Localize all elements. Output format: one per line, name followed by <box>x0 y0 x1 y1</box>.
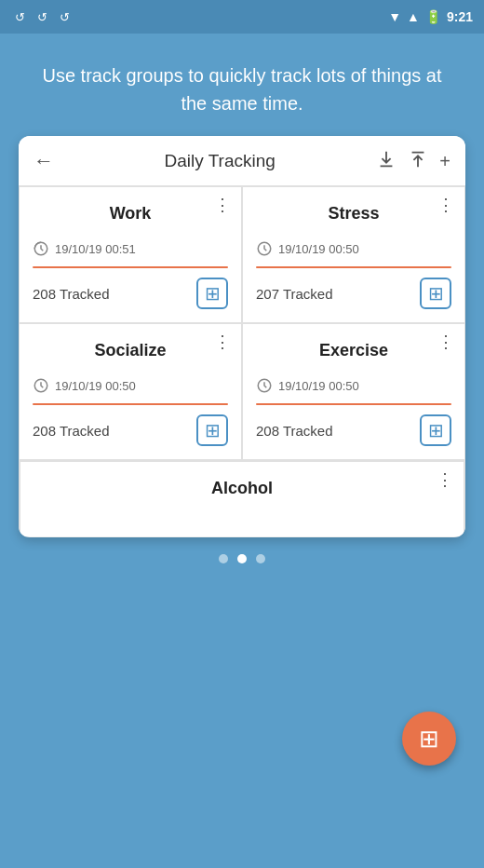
exercise-card: ⋮ Exercise 19/10/19 00:50 208 Tracked ⊞ <box>243 324 464 459</box>
socialize-add-button[interactable]: ⊞ <box>196 414 228 446</box>
signal-icon: ▲ <box>407 9 420 24</box>
fab-button[interactable]: ⊞ <box>402 712 456 766</box>
page-dots <box>0 554 484 563</box>
exercise-timestamp: 19/10/19 00:50 <box>278 379 359 393</box>
socialize-timestamp: 19/10/19 00:50 <box>55 379 136 393</box>
stress-timestamp: 19/10/19 00:50 <box>278 242 359 256</box>
time-display: 9:21 <box>447 9 473 24</box>
socialize-footer: 208 Tracked ⊞ <box>33 414 228 446</box>
socialize-tracked: 208 Tracked <box>33 423 110 439</box>
work-tracked: 208 Tracked <box>33 286 110 302</box>
socialize-title: Socialize <box>33 341 228 360</box>
stress-card: ⋮ Stress 19/10/19 00:50 207 Tracked ⊞ <box>243 187 464 322</box>
socialize-divider <box>33 403 228 405</box>
work-footer: 208 Tracked ⊞ <box>33 278 228 309</box>
stress-title: Stress <box>256 204 451 224</box>
work-title: Work <box>33 204 228 224</box>
alcohol-menu-button[interactable]: ⋮ <box>437 471 454 488</box>
stress-tracked: 207 Tracked <box>256 286 333 302</box>
exercise-tracked: 208 Tracked <box>256 423 333 439</box>
stress-menu-button[interactable]: ⋮ <box>437 197 455 213</box>
alcohol-title: Alcohol <box>34 479 450 498</box>
clock-icon-exercise <box>256 377 273 394</box>
stress-add-button[interactable]: ⊞ <box>420 278 451 309</box>
dot-1 <box>219 554 228 563</box>
exercise-time: 19/10/19 00:50 <box>256 377 451 394</box>
cards-grid: ⋮ Work 19/10/19 00:51 208 Tracked ⊞ ⋮ St… <box>19 186 465 460</box>
download-button[interactable] <box>376 149 397 172</box>
work-divider <box>33 266 228 268</box>
work-timestamp: 19/10/19 00:51 <box>55 242 136 256</box>
stress-footer: 207 Tracked ⊞ <box>256 278 451 309</box>
header-icons: + <box>376 149 450 172</box>
exercise-menu-button[interactable]: ⋮ <box>437 333 455 350</box>
exercise-footer: 208 Tracked ⊞ <box>256 414 451 446</box>
work-time: 19/10/19 00:51 <box>33 240 228 257</box>
work-menu-button[interactable]: ⋮ <box>214 197 232 213</box>
status-bar: ↺ ↺ ↺ ▼ ▲ 🔋 9:21 <box>0 0 484 34</box>
exercise-divider <box>256 403 451 405</box>
socialize-time: 19/10/19 00:50 <box>33 377 228 394</box>
alcohol-row-wrapper: ⋮ Alcohol <box>19 460 465 536</box>
stress-divider <box>256 266 451 268</box>
work-add-button[interactable]: ⊞ <box>196 278 228 309</box>
add-group-button[interactable]: + <box>439 152 450 170</box>
refresh-icon-3: ↺ <box>56 8 73 25</box>
card-panel: ← Daily Tracking + ⋮ Work <box>19 136 465 537</box>
socialize-card: ⋮ Socialize 19/10/19 00:50 208 Tracked ⊞ <box>20 324 241 459</box>
battery-icon: 🔋 <box>425 9 441 24</box>
dot-2 <box>237 554 247 563</box>
status-left-icons: ↺ ↺ ↺ <box>11 8 73 25</box>
socialize-menu-button[interactable]: ⋮ <box>214 333 232 350</box>
status-right-info: ▼ ▲ 🔋 9:21 <box>388 9 473 24</box>
clock-icon-stress <box>256 240 273 257</box>
clock-icon-socialize <box>33 377 49 394</box>
work-card: ⋮ Work 19/10/19 00:51 208 Tracked ⊞ <box>20 187 241 322</box>
intro-text: Use track groups to quickly track lots o… <box>0 34 484 136</box>
fab-add-icon: ⊞ <box>419 725 439 753</box>
stress-time: 19/10/19 00:50 <box>256 240 451 257</box>
dot-3 <box>256 554 265 563</box>
panel-title: Daily Tracking <box>63 151 376 171</box>
clock-icon <box>33 240 49 257</box>
share-button[interactable] <box>408 149 428 172</box>
wifi-icon: ▼ <box>388 9 401 24</box>
panel-header: ← Daily Tracking + <box>19 136 465 186</box>
alcohol-card: ⋮ Alcohol <box>20 462 464 536</box>
back-button[interactable]: ← <box>34 151 54 171</box>
refresh-icon-2: ↺ <box>34 8 50 25</box>
exercise-title: Exercise <box>256 341 451 360</box>
exercise-add-button[interactable]: ⊞ <box>420 414 451 446</box>
refresh-icon-1: ↺ <box>11 8 28 25</box>
